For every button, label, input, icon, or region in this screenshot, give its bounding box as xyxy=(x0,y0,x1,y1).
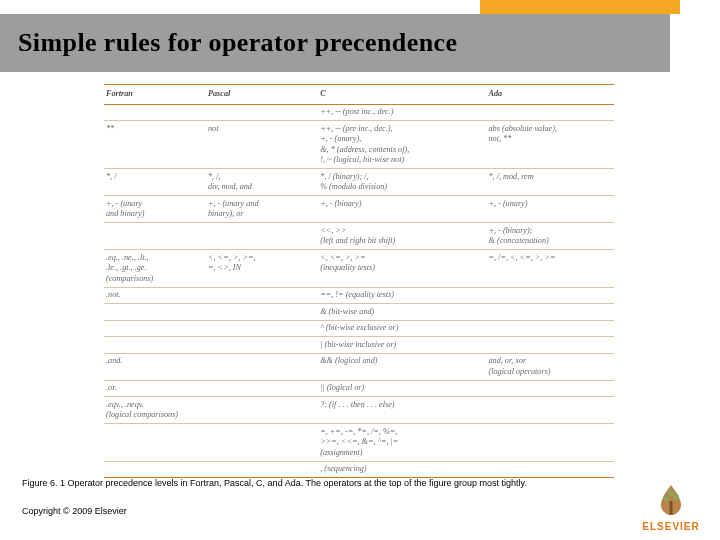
cell-p xyxy=(206,320,318,337)
publisher-logo: ELSEVIER xyxy=(636,479,706,532)
table-row: , (sequencing) xyxy=(104,461,614,478)
svg-point-3 xyxy=(673,494,679,500)
cell-a xyxy=(486,424,614,462)
page-title: Simple rules for operator precendence xyxy=(18,28,457,58)
cell-c: | (bit-wise inclusive or) xyxy=(318,337,486,354)
table-header-row: Fortran Pascal C Ada xyxy=(104,85,614,105)
cell-p xyxy=(206,104,318,121)
elsevier-tree-icon xyxy=(651,479,691,519)
svg-point-2 xyxy=(663,496,669,502)
cell-a xyxy=(486,337,614,354)
precedence-table-wrap: Fortran Pascal C Ada ++, -- (post inc., … xyxy=(104,84,614,478)
table-row: =, +=, -=, *=, /=, %=, >>=, <<=, &=, ^=,… xyxy=(104,424,614,462)
cell-f: ** xyxy=(104,121,206,169)
cell-p xyxy=(206,424,318,462)
col-header-fortran: Fortran xyxy=(104,85,206,105)
table-row: ^ (bit-wise exclusive or) xyxy=(104,320,614,337)
cell-a xyxy=(486,461,614,478)
cell-c: ^ (bit-wise exclusive or) xyxy=(318,320,486,337)
cell-f: .eq., .ne., .lt., .le., .gt., .ge. (comp… xyxy=(104,250,206,288)
cell-p xyxy=(206,287,318,304)
cell-p xyxy=(206,337,318,354)
table-row: | (bit-wise inclusive or) xyxy=(104,337,614,354)
cell-f xyxy=(104,304,206,321)
cell-c: *, / (binary); /, % (modulo division) xyxy=(318,169,486,196)
cell-a: and, or, xor (logical operators) xyxy=(486,353,614,380)
table-row: .or.|| (logical or) xyxy=(104,380,614,397)
table-row: .not.==, != (equality tests) xyxy=(104,287,614,304)
cell-c: <<, >> (left and right bit shift) xyxy=(318,223,486,250)
cell-p: <, <=, >, >=, =, <>, IN xyxy=(206,250,318,288)
cell-c: ++, -- (pre inc., dec.), +, - (unary), &… xyxy=(318,121,486,169)
cell-c: && (logical and) xyxy=(318,353,486,380)
col-header-c: C xyxy=(318,85,486,105)
cell-a xyxy=(486,380,614,397)
cell-f: *, / xyxy=(104,169,206,196)
cell-f: +, - (unary and binary) xyxy=(104,196,206,223)
svg-point-4 xyxy=(668,490,674,496)
table-row: .eq., .ne., .lt., .le., .gt., .ge. (comp… xyxy=(104,250,614,288)
figure-caption: Figure 6. 1 Operator precedence levels i… xyxy=(22,478,682,488)
col-header-pascal: Pascal xyxy=(206,85,318,105)
cell-f xyxy=(104,337,206,354)
cell-f xyxy=(104,223,206,250)
cell-a: +, - (unary) xyxy=(486,196,614,223)
cell-c: ++, -- (post inc., dec.) xyxy=(318,104,486,121)
table-row: .and.&& (logical and)and, or, xor (logic… xyxy=(104,353,614,380)
cell-p xyxy=(206,304,318,321)
cell-p: +, - (unary and binary), or xyxy=(206,196,318,223)
cell-f: .and. xyxy=(104,353,206,380)
cell-p: not xyxy=(206,121,318,169)
table-row: **not++, -- (pre inc., dec.), +, - (unar… xyxy=(104,121,614,169)
title-bar: Simple rules for operator precendence xyxy=(0,14,670,72)
cell-p: *, /, div, mod, and xyxy=(206,169,318,196)
cell-c: =, +=, -=, *=, /=, %=, >>=, <<=, &=, ^=,… xyxy=(318,424,486,462)
cell-p xyxy=(206,397,318,424)
table-row: ++, -- (post inc., dec.) xyxy=(104,104,614,121)
col-header-ada: Ada xyxy=(486,85,614,105)
cell-f xyxy=(104,104,206,121)
cell-a xyxy=(486,304,614,321)
cell-a xyxy=(486,397,614,424)
cell-f: .or. xyxy=(104,380,206,397)
cell-c: & (bit-wise and) xyxy=(318,304,486,321)
table-row: & (bit-wise and) xyxy=(104,304,614,321)
accent-bar xyxy=(480,0,680,14)
cell-a: abs (absolute value), not, ** xyxy=(486,121,614,169)
cell-c: +, - (binary) xyxy=(318,196,486,223)
cell-a: =, /=, <, <=, >, >= xyxy=(486,250,614,288)
cell-c: ==, != (equality tests) xyxy=(318,287,486,304)
cell-p xyxy=(206,353,318,380)
cell-c: ?: (if . . . then . . . else) xyxy=(318,397,486,424)
table-row: <<, >> (left and right bit shift)+, - (b… xyxy=(104,223,614,250)
publisher-word: ELSEVIER xyxy=(636,521,706,532)
cell-f xyxy=(104,320,206,337)
cell-c: , (sequencing) xyxy=(318,461,486,478)
cell-f xyxy=(104,461,206,478)
cell-f xyxy=(104,424,206,462)
cell-a xyxy=(486,320,614,337)
cell-f: .not. xyxy=(104,287,206,304)
cell-a: *, /, mod, rem xyxy=(486,169,614,196)
svg-rect-1 xyxy=(670,501,673,515)
copyright-line: Copyright © 2009 Elsevier xyxy=(22,506,127,516)
cell-c: <, <=, >, >= (inequality tests) xyxy=(318,250,486,288)
cell-p xyxy=(206,223,318,250)
table-row: *, /*, /, div, mod, and*, / (binary); /,… xyxy=(104,169,614,196)
cell-p xyxy=(206,380,318,397)
cell-c: || (logical or) xyxy=(318,380,486,397)
cell-a: +, - (binary); & (concatenation) xyxy=(486,223,614,250)
cell-p xyxy=(206,461,318,478)
precedence-table: Fortran Pascal C Ada ++, -- (post inc., … xyxy=(104,84,614,478)
cell-a xyxy=(486,287,614,304)
table-row: .eqv., .neqv. (logical comparisons)?: (i… xyxy=(104,397,614,424)
table-row: +, - (unary and binary)+, - (unary and b… xyxy=(104,196,614,223)
cell-a xyxy=(486,104,614,121)
cell-f: .eqv., .neqv. (logical comparisons) xyxy=(104,397,206,424)
